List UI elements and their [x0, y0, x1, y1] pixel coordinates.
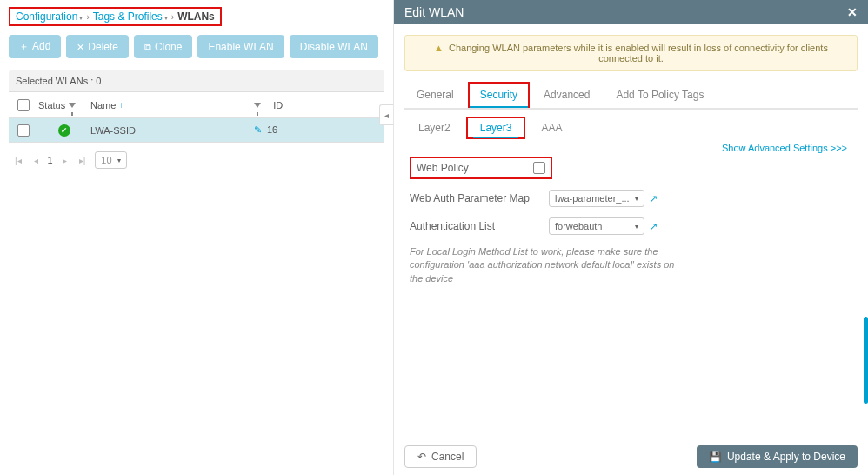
- copy-icon: ⧉: [144, 42, 151, 52]
- close-icon[interactable]: ✕: [847, 5, 858, 19]
- page-size-select[interactable]: 10: [95, 151, 126, 169]
- subtab-aaa[interactable]: AAA: [527, 117, 576, 139]
- select-all-checkbox[interactable]: [17, 99, 30, 111]
- page-prev-button[interactable]: ◂: [31, 156, 41, 165]
- enable-wlan-button[interactable]: Enable WLAN: [197, 35, 284, 58]
- col-id-label: ID: [273, 100, 283, 110]
- tab-security[interactable]: Security: [468, 82, 530, 108]
- warning-text: Changing WLAN parameters while it is ena…: [449, 43, 828, 64]
- filter-icon[interactable]: [69, 103, 76, 108]
- login-method-note: For Local Login Method List to work, ple…: [410, 245, 688, 285]
- external-link-icon[interactable]: ↗: [650, 221, 658, 232]
- delete-button[interactable]: ✕Delete: [66, 35, 129, 58]
- web-policy-label: Web Policy: [417, 162, 469, 174]
- edit-wlan-panel: Edit WLAN ✕ ▲Changing WLAN parameters wh…: [393, 0, 868, 475]
- panel-header: Edit WLAN ✕: [394, 0, 868, 24]
- form-body: Show Advanced Settings >>> Web Policy We…: [394, 139, 868, 438]
- breadcrumb: Configuration › Tags & Profiles › WLANs: [9, 7, 222, 26]
- web-auth-param-select[interactable]: lwa-parameter_...: [549, 190, 644, 207]
- table-header: Status Name ↑ ID: [9, 92, 384, 118]
- warning-icon: ▲: [434, 43, 444, 53]
- col-name-label: Name: [90, 100, 116, 110]
- tab-advanced[interactable]: Advanced: [531, 82, 602, 108]
- breadcrumb-configuration[interactable]: Configuration: [16, 10, 83, 23]
- row-checkbox[interactable]: [17, 124, 30, 137]
- plus-icon: ＋: [19, 41, 29, 51]
- toolbar: ＋Add ✕Delete ⧉Clone Enable WLAN Disable …: [9, 35, 384, 58]
- status-enabled-icon: ✓: [58, 124, 70, 137]
- web-policy-row: Web Policy: [410, 157, 858, 179]
- web-auth-param-label: Web Auth Parameter Map: [410, 192, 549, 204]
- sub-tabs: Layer2 Layer3 AAA: [404, 117, 858, 139]
- filter-icon[interactable]: [254, 103, 261, 108]
- add-button[interactable]: ＋Add: [9, 35, 61, 58]
- external-link-icon[interactable]: ↗: [650, 193, 658, 204]
- row-name[interactable]: LWA-SSID: [90, 125, 254, 136]
- page-first-button[interactable]: |◂: [12, 156, 24, 165]
- auth-list-row: Authentication List forwebauth ↗: [410, 217, 858, 235]
- apply-button[interactable]: 💾Update & Apply to Device: [697, 445, 858, 468]
- edit-icon[interactable]: ✎: [254, 124, 262, 135]
- x-icon: ✕: [77, 42, 84, 52]
- auth-list-select[interactable]: forwebauth: [549, 217, 644, 235]
- row-id: 16: [267, 124, 277, 135]
- col-status-label: Status: [38, 100, 65, 110]
- selected-count-bar: Selected WLANs : 0: [9, 70, 384, 92]
- scrollbar-thumb[interactable]: [864, 317, 868, 404]
- panel-title: Edit WLAN: [404, 5, 464, 19]
- web-auth-param-row: Web Auth Parameter Map lwa-parameter_...…: [410, 190, 858, 207]
- page-current: 1: [48, 155, 53, 165]
- web-policy-checkbox[interactable]: [533, 162, 545, 174]
- show-advanced-link[interactable]: Show Advanced Settings >>>: [722, 143, 847, 153]
- left-panel: Configuration › Tags & Profiles › WLANs …: [0, 0, 393, 475]
- undo-icon: ↶: [417, 451, 426, 463]
- tab-add-to-policy[interactable]: Add To Policy Tags: [604, 82, 716, 108]
- pagination: |◂ ◂ 1 ▸ ▸| 10: [9, 148, 384, 172]
- subtab-layer2[interactable]: Layer2: [404, 117, 464, 139]
- table-row[interactable]: ✓ LWA-SSID ✎16: [9, 118, 384, 143]
- collapse-handle[interactable]: ◂: [379, 104, 393, 125]
- breadcrumb-tags-profiles[interactable]: Tags & Profiles: [93, 10, 168, 23]
- warning-banner: ▲Changing WLAN parameters while it is en…: [404, 35, 858, 71]
- tab-general[interactable]: General: [404, 82, 466, 108]
- page-next-button[interactable]: ▸: [60, 156, 70, 165]
- page-last-button[interactable]: ▸|: [77, 156, 89, 165]
- save-icon: 💾: [709, 451, 722, 463]
- disable-wlan-button[interactable]: Disable WLAN: [290, 35, 378, 58]
- breadcrumb-current: WLANs: [177, 10, 215, 23]
- clone-button[interactable]: ⧉Clone: [134, 35, 192, 58]
- main-tabs: General Security Advanced Add To Policy …: [404, 82, 858, 110]
- breadcrumb-sep-icon: ›: [171, 12, 174, 22]
- panel-footer: ↶Cancel 💾Update & Apply to Device: [394, 438, 868, 475]
- breadcrumb-sep-icon: ›: [86, 12, 89, 22]
- subtab-layer3[interactable]: Layer3: [466, 117, 526, 139]
- auth-list-label: Authentication List: [410, 220, 549, 232]
- cancel-button[interactable]: ↶Cancel: [404, 445, 477, 468]
- sort-asc-icon[interactable]: ↑: [119, 100, 124, 110]
